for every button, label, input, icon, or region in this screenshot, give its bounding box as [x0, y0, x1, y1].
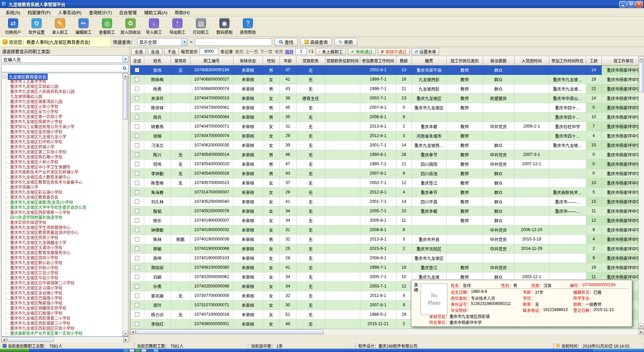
taskbar-item[interactable]: [148, 349, 152, 352]
reject-button[interactable]: ✘ 审核不通过: [378, 48, 410, 55]
column-header[interactable]: 曾用名: [171, 56, 190, 65]
tree-item[interactable]: 重庆市工艺美术学校: [6, 79, 122, 84]
column-header[interactable]: 参加教育工作时间: [360, 56, 396, 65]
tree-item[interactable]: 重庆实验外国语学校: [6, 220, 122, 225]
tree-item[interactable]: 重庆市九龙坡区教育质量监测评估中心: [6, 230, 122, 235]
scroll-right-icon[interactable]: ▶: [639, 329, 644, 335]
row-checkbox[interactable]: [135, 312, 139, 317]
table-row[interactable]: 张楠107404700000074未审核女29无2012-8-13河南省永城市教…: [130, 131, 644, 140]
taskbar-item[interactable]: [136, 349, 140, 352]
tree-item[interactable]: 重庆市九龙坡区金凤镇小学校: [6, 130, 122, 135]
tree-item[interactable]: 九龙坡铁路幼儿园: [6, 94, 122, 99]
tree-item[interactable]: 重庆市九龙坡区朵力小学校: [6, 109, 122, 115]
tree-item[interactable]: 重庆市九龙坡区谢家湾(金茂)小学校: [6, 200, 122, 205]
scrollbar-thumb[interactable]: [136, 329, 324, 334]
org-search-box[interactable]: [1, 64, 128, 72]
toolbar-button-help[interactable]: ?使用帮助: [237, 17, 259, 36]
close-button[interactable]: ✕: [635, 1, 643, 7]
menu-item-3[interactable]: 人事变动(R): [54, 8, 85, 16]
toolbar-button-recycle-bin[interactable]: ♻放入回收站: [119, 17, 142, 36]
maximize-button[interactable]: [627, 1, 635, 7]
tree-item[interactable]: 重庆市九龙坡区田坝小学校: [6, 256, 122, 261]
per-page-input[interactable]: [200, 48, 218, 55]
prev-page-link[interactable]: 上一页: [246, 48, 258, 55]
tree-item[interactable]: 重庆市九龙坡区成人教育发展中心: [6, 175, 122, 180]
tree-item[interactable]: 重庆市高新技术产业开发区石桥铺小学: [6, 170, 122, 175]
tree-item[interactable]: 重庆市九龙坡区华岩小学校: [6, 276, 122, 281]
table-row[interactable]: 刁泽兰107406200000035未审核女39无2001-7-114重庆九龙坡…: [130, 140, 644, 150]
tree-item[interactable]: 重庆市九龙坡区第二实验小学校: [6, 150, 122, 155]
row-checkbox[interactable]: [135, 200, 139, 204]
approve-button[interactable]: ✔ 审核通过: [348, 48, 376, 55]
column-header[interactable]: 籍贯: [412, 56, 446, 65]
tree-item[interactable]: 重庆市九龙坡区走马镇小学校: [6, 286, 122, 291]
tree-item[interactable]: 重庆市九龙坡区教育委员会: [6, 195, 122, 200]
toolbar-button-import-employee[interactable]: ↓导入职工: [143, 17, 165, 36]
scrollbar-thumb[interactable]: [7, 337, 54, 342]
tree-item[interactable]: 重庆市九龙坡区第一实验小学: [6, 115, 122, 120]
column-header[interactable]: 审核状态: [233, 56, 263, 65]
column-header[interactable]: 现工作岗位类别: [446, 56, 483, 65]
column-header[interactable]: 政治面貌: [483, 56, 514, 65]
refresh-button[interactable]: ↻ 刷新: [334, 38, 358, 46]
table-horizontal-scrollbar[interactable]: ◀ ▶: [130, 329, 644, 335]
table-row[interactable]: 张伟无107408300000194未审核男37无2002-8-113重庆市梁平…: [130, 65, 644, 75]
menu-item-6[interactable]: 辅助工具(A): [141, 8, 171, 16]
row-checkbox[interactable]: [135, 134, 139, 138]
jump-link[interactable]: 跳转: [285, 48, 293, 55]
row-checkbox[interactable]: [135, 218, 139, 223]
reset-review-button[interactable]: ↺ 设置未审: [412, 48, 439, 55]
tree-item[interactable]: 重庆市九龙坡区玉清寺小学校: [6, 246, 122, 251]
table-row[interactable]: 简兵107404700000064未审核男35无2006-8-19重庆市四十…1…: [130, 112, 644, 122]
column-header[interactable]: 入党团时间: [514, 56, 549, 65]
chevron-down-icon[interactable]: ▼: [181, 39, 187, 45]
row-checkbox[interactable]: [135, 265, 139, 270]
toolbar-button-camera[interactable]: ◉数码照相: [213, 17, 235, 36]
tree-item[interactable]: 重庆市九龙坡区中小学卫生保健所: [6, 165, 122, 170]
tree-item[interactable]: 重庆市九龙坡区兰花小学校: [6, 271, 122, 276]
tree-item[interactable]: 重庆市九龙坡区共和小学校: [6, 266, 122, 271]
tree-item[interactable]: 重庆市九龙坡区杨石路小学校: [6, 155, 122, 160]
toolbar-button-view-employee[interactable]: ◎查看职工: [96, 17, 118, 36]
column-header[interactable]: 年龄: [279, 56, 296, 65]
tree-item[interactable]: 重庆市九龙坡区铜罐驿实验学校: [6, 306, 122, 311]
row-checkbox[interactable]: [135, 162, 139, 166]
table-row[interactable]: 杨乐107401900000007未审核女34无2005-8-111教师群众12…: [130, 216, 644, 225]
tree-item[interactable]: 重庆市九龙坡区九龙镇蟠龙小学: [6, 240, 122, 246]
tree-item[interactable]: 重庆市九龙坡区含谷镇小学校: [6, 291, 122, 296]
row-checkbox[interactable]: [135, 96, 139, 100]
row-checkbox[interactable]: [135, 275, 139, 279]
table-row[interactable]: 李钟勤无107405400000028未审核男43无2007-8-19四川岳池教…: [130, 169, 644, 178]
row-checkbox[interactable]: [135, 237, 139, 241]
row-checkbox[interactable]: [135, 209, 139, 213]
tree-item[interactable]: 重庆市九龙坡区教育发展服务中心: [6, 251, 122, 256]
tree-vertical-scrollbar[interactable]: ▲ ▼: [122, 73, 128, 336]
row-checkbox[interactable]: [135, 124, 139, 129]
scroll-up-icon[interactable]: ▲: [639, 56, 644, 61]
table-row[interactable]: 杨勇107406800000074未审核男43无1996-7-121九龙坡西彭教…: [130, 84, 644, 93]
row-checkbox[interactable]: [135, 143, 139, 147]
table-row[interactable]: 何伟无107405400000020未审核男47无1995-7-121四川简阳教…: [130, 159, 644, 169]
invert-selection-button[interactable]: 反选: [148, 48, 162, 55]
row-checkbox[interactable]: [135, 87, 139, 91]
chevron-down-icon[interactable]: ▼: [122, 56, 128, 62]
row-checkbox[interactable]: [135, 171, 139, 176]
start-button[interactable]: [0, 349, 30, 352]
table-row[interactable]: 蒋晓琼107408100000080未审核女41无1998-7-118重庆垫江教…: [130, 263, 644, 272]
tree-item[interactable]: 重庆市九龙坡区石板镇小学校: [6, 311, 122, 316]
table-row[interactable]: 刘久林107405200000040未审核女41无2001-7-114四川平昌教…: [130, 197, 644, 206]
page-number-input[interactable]: [296, 48, 307, 55]
row-checkbox[interactable]: [135, 181, 139, 185]
column-header[interactable]: 教龄: [396, 56, 412, 65]
scroll-up-icon[interactable]: ▲: [123, 73, 128, 79]
table-row[interactable]: 姚春燕107404700000071未审核女31无2013-8-12重庆丰都教师…: [130, 122, 644, 131]
select-none-button[interactable]: 不选: [164, 48, 179, 55]
row-checkbox[interactable]: [135, 294, 139, 298]
column-header[interactable]: 全选: [130, 56, 144, 65]
row-checkbox[interactable]: [135, 190, 139, 194]
column-header[interactable]: 参加工作时间所在: [549, 56, 586, 65]
column-header[interactable]: 姓名: [144, 56, 171, 65]
column-header[interactable]: 党政职务任职时间: [325, 56, 360, 65]
table-row[interactable]: 陈兴无107405400000014未审核男46无1990-8-126重庆奉节教…: [130, 150, 644, 159]
scroll-left-icon[interactable]: ◀: [130, 329, 136, 335]
